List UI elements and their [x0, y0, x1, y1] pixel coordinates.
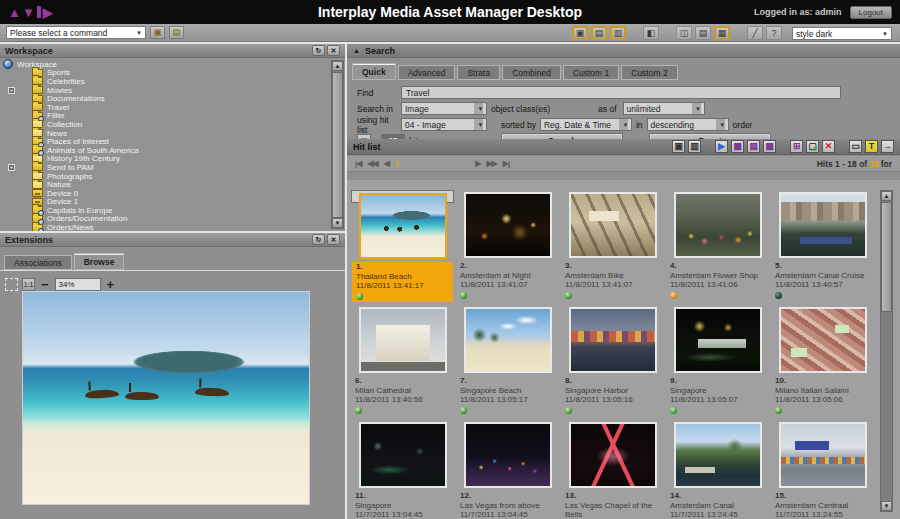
result-cell[interactable]: 15.Amsterdam Centraal11/7/2011 13:24:55 [771, 420, 874, 519]
scrollbar-thumb[interactable] [881, 202, 892, 312]
style-select[interactable]: style dark ▼ [792, 27, 892, 40]
save-icon[interactable]: ▣ [672, 140, 685, 153]
grid-large-icon[interactable]: ▩ [763, 140, 776, 153]
expander-icon[interactable]: + [8, 164, 15, 171]
scrollbar-thumb[interactable] [332, 72, 343, 218]
result-cell[interactable]: 6.Milan Cathedral11/8/2011 13:40:56 [351, 305, 454, 418]
result-thumbnail[interactable] [464, 422, 552, 488]
export-icon[interactable]: → [881, 140, 894, 153]
page-nav-button[interactable]: |◀ [355, 159, 361, 168]
tree-item[interactable]: Travel [0, 103, 345, 112]
move-icon[interactable]: ⊞ [790, 140, 803, 153]
preview-icon[interactable]: ▥ [610, 26, 626, 40]
result-thumbnail[interactable] [674, 422, 762, 488]
zoom-out-button[interactable]: − [39, 278, 51, 291]
as-of-select[interactable]: unlimited ▼ [623, 102, 705, 115]
scroll-up-icon[interactable]: ▲ [332, 61, 343, 71]
page-nav-button[interactable]: ▶| [503, 159, 509, 168]
tree-item[interactable]: Device 1 [0, 198, 345, 207]
close-icon[interactable]: ✕ [327, 45, 340, 56]
play-icon[interactable]: ▶ [715, 140, 728, 153]
result-cell[interactable]: 9.Singapore11/8/2011 13:05:07 [666, 305, 769, 418]
tree-item[interactable]: News [0, 129, 345, 138]
result-cell[interactable]: 3.Amsterdam Bike11/8/2011 13:41:07 [561, 190, 664, 303]
close-icon[interactable]: ✕ [327, 234, 340, 245]
result-cell[interactable]: 7.Singapore Beach11/8/2011 13:05:17 [456, 305, 559, 418]
result-cell[interactable]: 4.Amsterdam Flower Shop11/8/2011 13:41:0… [666, 190, 769, 303]
result-cell[interactable]: 2.Amsterdam at Night11/8/2011 13:41:07 [456, 190, 559, 303]
tab-associations[interactable]: Associations [4, 255, 72, 270]
sorted-by-select[interactable]: Reg. Date & Time ▼ [540, 118, 632, 131]
search-tab-advanced[interactable]: Advanced [398, 65, 456, 80]
result-thumbnail[interactable] [569, 422, 657, 488]
result-thumbnail[interactable] [464, 192, 552, 258]
result-thumbnail[interactable] [359, 422, 447, 488]
zoom-in-button[interactable]: + [105, 278, 117, 291]
scroll-up-icon[interactable]: ▲ [881, 191, 892, 201]
fit-to-window-icon[interactable] [5, 278, 18, 291]
refresh-icon[interactable]: ↻ [312, 45, 325, 56]
tree-item[interactable]: Nature [0, 180, 345, 189]
tree-item[interactable]: +Send to PAM [0, 163, 345, 172]
tree-item[interactable]: Documentations [0, 94, 345, 103]
tree-item[interactable]: Orders/Documentation [0, 215, 345, 224]
tree-root[interactable]: Workspace [0, 60, 345, 69]
rows-layout-icon[interactable]: ▤ [695, 26, 711, 40]
monitor-icon[interactable]: ▣ [572, 26, 588, 40]
results-scrollbar[interactable]: ▲ ▼ [880, 190, 893, 512]
search-tab-strata[interactable]: Strata [457, 65, 500, 80]
result-thumbnail[interactable] [779, 307, 867, 373]
zoom-level-input[interactable] [55, 278, 101, 291]
search-in-select[interactable]: Image ▼ [401, 102, 487, 115]
page-nav-button[interactable]: ◀◀ [367, 159, 377, 168]
result-cell[interactable]: 11.Singapore11/7/2011 13:04:45 [351, 420, 454, 519]
tree-item[interactable]: History 19th Century [0, 155, 345, 164]
new-document-icon[interactable]: ▢ [806, 140, 819, 153]
tree-item[interactable]: Collection [0, 120, 345, 129]
tree-item[interactable]: Filter [0, 112, 345, 121]
tree-item[interactable]: Capitals in Europe [0, 206, 345, 215]
search-tab-custom-1[interactable]: Custom 1 [563, 65, 619, 80]
result-cell[interactable]: 13.Las Vegas Chapel of the Bells11/7/201… [561, 420, 664, 519]
grid-medium-icon[interactable]: ▤ [747, 140, 760, 153]
result-thumbnail[interactable] [674, 192, 762, 258]
search-tab-quick[interactable]: Quick [352, 63, 396, 80]
result-cell[interactable]: 12.Las Vegas from above11/7/2011 13:04:4… [456, 420, 559, 519]
result-thumbnail[interactable] [779, 192, 867, 258]
columns-layout-icon[interactable]: ◫ [676, 26, 692, 40]
command-select[interactable]: Please select a command ▼ [6, 26, 146, 39]
result-thumbnail[interactable] [359, 193, 447, 259]
logout-button[interactable]: Logout [850, 6, 892, 19]
split-view-icon[interactable]: ◧ [643, 26, 659, 40]
image-preview[interactable] [22, 291, 310, 505]
search-panel-header[interactable]: ▲ Search [347, 44, 900, 58]
text-icon[interactable]: T [865, 140, 878, 153]
help-icon[interactable]: ? [766, 26, 782, 40]
result-cell[interactable]: 10.Milano Italian Salami11/8/2011 13:05:… [771, 305, 874, 418]
copy-icon[interactable]: ▥ [688, 140, 701, 153]
result-cell[interactable]: 5.Amsterdam Canal Cruise11/8/2011 13:40:… [771, 190, 874, 303]
tab-browse[interactable]: Browse [74, 253, 125, 270]
search-tab-combined[interactable]: Combined [502, 65, 561, 80]
collapse-icon[interactable]: ▲ [353, 47, 360, 54]
page-nav-button[interactable]: ▶ [475, 159, 480, 168]
copy-page-icon[interactable]: ▤ [169, 26, 184, 39]
tree-item[interactable]: Animals of South America [0, 146, 345, 155]
result-cell[interactable]: 1.Thailand Beach11/8/2011 13:41:17 [351, 190, 454, 203]
scroll-down-icon[interactable]: ▼ [881, 501, 892, 511]
quad-layout-icon[interactable]: ▦ [714, 26, 730, 40]
new-window-icon[interactable]: ▣ [150, 26, 165, 39]
result-thumbnail[interactable] [359, 307, 447, 373]
result-thumbnail[interactable] [674, 307, 762, 373]
refresh-icon[interactable]: ↻ [312, 234, 325, 245]
search-tab-custom-2[interactable]: Custom 2 [621, 65, 677, 80]
result-cell[interactable]: 14.Amsterdam Canal11/7/2011 13:24:45 [666, 420, 769, 519]
wrench-icon[interactable]: ╱ [747, 26, 763, 40]
tree-item[interactable]: Device 0 [0, 189, 345, 198]
tree-item[interactable]: Celebrities [0, 77, 345, 86]
delete-icon[interactable]: ✕ [822, 140, 835, 153]
tree-item[interactable]: Photographs [0, 172, 345, 181]
tree-item[interactable]: Sports [0, 69, 345, 78]
expander-icon[interactable]: + [8, 87, 15, 94]
frame-icon[interactable]: ▭ [849, 140, 862, 153]
